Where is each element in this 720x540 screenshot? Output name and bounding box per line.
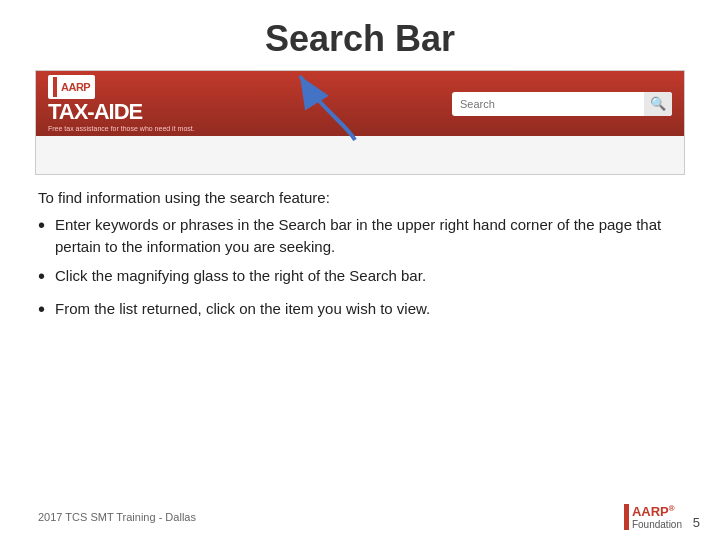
bullet-list: • Enter keywords or phrases in the Searc… bbox=[38, 214, 682, 324]
intro-text: To find information using the search fea… bbox=[38, 189, 682, 206]
taxaide-logo-area: AARP TAX-AIDE Free tax assistance for th… bbox=[48, 75, 195, 132]
aarp-footer-bar bbox=[624, 504, 629, 530]
bullet-dot-1: • bbox=[38, 211, 45, 240]
bullet-text-1: Enter keywords or phrases in the Search … bbox=[55, 214, 682, 258]
bullet-dot-3: • bbox=[38, 295, 45, 324]
footer-aarp-text: AARP® bbox=[632, 504, 682, 519]
list-item: • Enter keywords or phrases in the Searc… bbox=[38, 214, 682, 258]
page-number: 5 bbox=[693, 515, 700, 530]
bullet-text-2: Click the magnifying glass to the right … bbox=[55, 265, 426, 287]
search-bar-container: 🔍 bbox=[452, 92, 672, 116]
bullet-text-3: From the list returned, click on the ite… bbox=[55, 298, 430, 320]
footer-aarp-section: AARP® Foundation bbox=[632, 504, 682, 530]
slide: Search Bar AARP TAX-AIDE Free tax assist… bbox=[0, 0, 720, 540]
aarp-text: AARP bbox=[61, 81, 90, 93]
search-input[interactable] bbox=[452, 92, 644, 116]
list-item: • Click the magnifying glass to the righ… bbox=[38, 265, 682, 291]
aarp-red-bar bbox=[53, 77, 57, 97]
aarp-foundation-logo: AARP® Foundation bbox=[624, 504, 682, 530]
bullet-dot-2: • bbox=[38, 262, 45, 291]
arrow-annotation bbox=[290, 68, 370, 143]
footer-training-label: 2017 TCS SMT Training - Dallas bbox=[38, 511, 196, 523]
aarp-logo-box: AARP bbox=[48, 75, 95, 99]
taxaide-brand-text: TAX-AIDE bbox=[48, 101, 142, 123]
search-button[interactable]: 🔍 bbox=[644, 92, 672, 116]
footer: 2017 TCS SMT Training - Dallas AARP® Fou… bbox=[0, 504, 720, 530]
tagline-text: Free tax assistance for those who need i… bbox=[48, 125, 195, 132]
footer-foundation-text: Foundation bbox=[632, 519, 682, 530]
list-item: • From the list returned, click on the i… bbox=[38, 298, 682, 324]
content-area: To find information using the search fea… bbox=[0, 175, 720, 341]
page-title: Search Bar bbox=[0, 0, 720, 70]
